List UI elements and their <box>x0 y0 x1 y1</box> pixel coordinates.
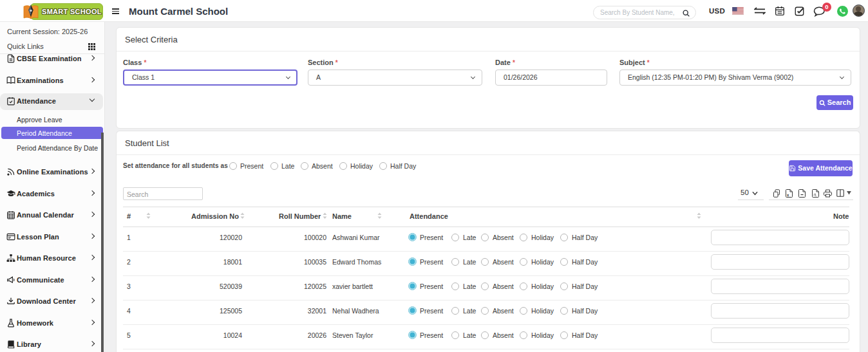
svg-text:x: x <box>787 193 789 197</box>
